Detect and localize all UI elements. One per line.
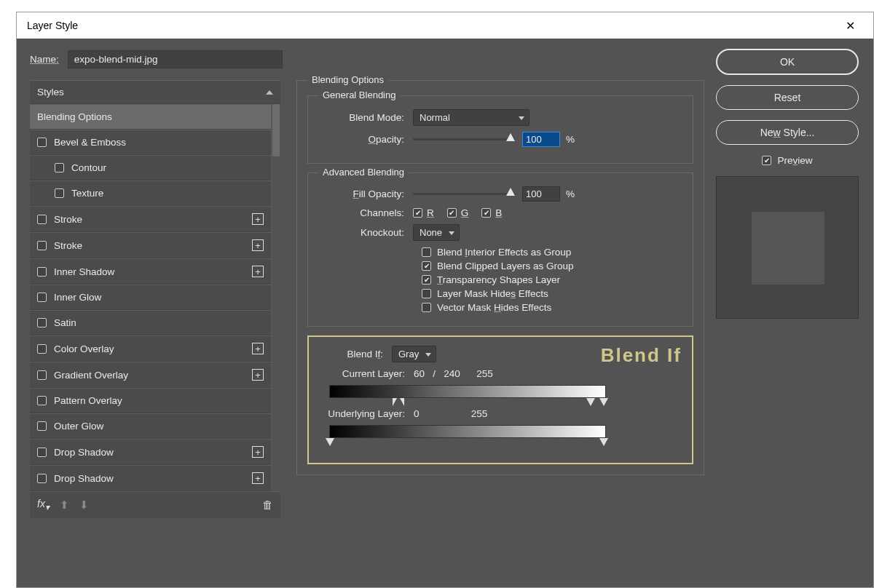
style-label: Contour <box>71 162 106 173</box>
style-label: Pattern Overlay <box>54 395 122 406</box>
style-checkbox[interactable] <box>37 267 47 277</box>
style-checkbox[interactable] <box>55 188 64 198</box>
transparency-shapes-checkbox[interactable] <box>422 275 431 285</box>
style-label: Color Overlay <box>54 343 114 354</box>
opt-label: Layer Mask Hides Effects <box>437 288 548 299</box>
knockout-select[interactable]: None <box>413 224 460 241</box>
fill-opacity-input[interactable] <box>522 186 560 202</box>
style-row[interactable]: Outer Glow <box>30 413 271 439</box>
style-label: Blending Options <box>37 111 112 122</box>
blend-clipped-checkbox[interactable] <box>422 261 431 271</box>
action-column: OK Reset New Style... Preview <box>714 49 860 319</box>
window-title: Layer Style <box>27 20 78 31</box>
add-effect-icon[interactable]: + <box>252 213 264 225</box>
style-checkbox[interactable] <box>55 163 64 172</box>
add-effect-icon[interactable]: + <box>252 266 264 277</box>
style-label: Inner Glow <box>54 292 101 303</box>
blend-mode-select[interactable]: Normal <box>413 109 529 126</box>
fx-icon[interactable]: fx▾ <box>37 498 50 512</box>
style-checkbox[interactable] <box>37 241 47 250</box>
blend-interior-checkbox[interactable] <box>422 247 431 257</box>
section-title: Blending Options <box>307 74 388 85</box>
layer-mask-hides-checkbox[interactable] <box>422 289 431 298</box>
current-layer-gradient[interactable] <box>329 385 606 398</box>
channel-b-checkbox[interactable] <box>481 208 491 218</box>
style-label: Outer Glow <box>54 421 103 432</box>
name-input[interactable] <box>68 50 283 68</box>
style-row[interactable]: Bevel & Emboss <box>30 130 271 155</box>
pct-label: % <box>566 134 575 145</box>
name-label: Name: <box>30 54 59 65</box>
pct-label2: % <box>566 188 575 199</box>
add-effect-icon[interactable]: + <box>252 343 264 354</box>
style-row[interactable]: Inner Glow <box>30 285 271 310</box>
style-row[interactable]: Pattern Overlay <box>30 388 271 413</box>
blend-if-select[interactable]: Gray <box>392 346 436 362</box>
style-row[interactable]: Blending Options <box>30 104 271 130</box>
close-icon[interactable]: ✕ <box>835 12 865 39</box>
blend-mode-label: Blend Mode: <box>318 112 413 123</box>
opt-label: Blend Interior Effects as Group <box>437 247 571 258</box>
style-checkbox[interactable] <box>37 448 47 457</box>
style-row[interactable]: Stroke+ <box>30 232 271 258</box>
style-row[interactable]: Contour <box>30 155 271 180</box>
style-row[interactable]: Color Overlay+ <box>30 335 271 362</box>
opacity-slider[interactable] <box>413 138 515 140</box>
styles-header-label: Styles <box>37 87 64 98</box>
underlying-layer-label: Underlying Layer: <box>319 408 414 419</box>
channel-g-checkbox[interactable] <box>447 208 457 218</box>
opacity-label: Opacity: <box>318 134 413 145</box>
add-effect-icon[interactable]: + <box>252 239 264 251</box>
opacity-input[interactable] <box>522 132 560 147</box>
fill-opacity-slider[interactable] <box>413 193 515 195</box>
style-row[interactable]: Stroke+ <box>30 206 271 232</box>
add-effect-icon[interactable]: + <box>252 472 264 484</box>
opt-label: Blend Clipped Layers as Group <box>437 261 574 271</box>
trash-icon[interactable]: 🗑 <box>262 498 273 511</box>
style-row[interactable]: Drop Shadow+ <box>30 439 271 465</box>
style-row[interactable]: Drop Shadow+ <box>30 465 271 491</box>
new-style-button[interactable]: New Style... <box>716 120 859 145</box>
style-checkbox[interactable] <box>37 138 47 147</box>
fill-opacity-label: Fill Opacity: <box>318 188 413 199</box>
style-row[interactable]: Gradient Overlay+ <box>30 362 271 388</box>
channel-r-checkbox[interactable] <box>413 208 422 218</box>
style-checkbox[interactable] <box>37 215 47 224</box>
current-layer-label: Current Layer: <box>319 368 414 379</box>
style-label: Satin <box>54 317 76 328</box>
style-checkbox[interactable] <box>37 344 47 354</box>
blend-if-highlight-label: Blend If <box>601 344 682 367</box>
add-effect-icon[interactable]: + <box>252 446 264 458</box>
style-checkbox[interactable] <box>37 396 47 405</box>
preview-swatch <box>716 176 859 319</box>
move-down-icon[interactable]: ⬇ <box>79 498 89 512</box>
channel-b-label: B <box>495 207 502 218</box>
style-label: Stroke <box>54 240 82 251</box>
preview-label: Preview <box>777 155 812 166</box>
style-checkbox[interactable] <box>37 370 47 380</box>
underlying-layer-gradient[interactable] <box>329 425 606 438</box>
scrollbar[interactable] <box>271 104 280 491</box>
style-row[interactable]: Satin <box>30 310 271 335</box>
preview-checkbox[interactable] <box>762 156 771 165</box>
current-layer-values: 60 / 240 255 <box>414 368 493 379</box>
opt-label: Transparency Shapes Layer <box>437 274 560 285</box>
vector-mask-hides-checkbox[interactable] <box>422 303 431 312</box>
style-checkbox[interactable] <box>37 474 47 483</box>
channel-r-label: R <box>427 207 434 218</box>
style-checkbox[interactable] <box>37 421 47 431</box>
reset-button[interactable]: Reset <box>716 85 859 110</box>
collapse-icon[interactable] <box>266 90 273 95</box>
titlebar: Layer Style ✕ <box>17 12 873 39</box>
add-effect-icon[interactable]: + <box>252 369 264 381</box>
channel-g-label: G <box>461 207 469 218</box>
style-row[interactable]: Texture <box>30 180 271 206</box>
style-checkbox[interactable] <box>37 293 47 302</box>
style-checkbox[interactable] <box>37 318 47 327</box>
move-up-icon[interactable]: ⬆ <box>60 498 69 512</box>
ok-button[interactable]: OK <box>716 49 859 75</box>
styles-sidebar: Styles Blending OptionsBevel & EmbossCon… <box>30 80 280 518</box>
styles-header[interactable]: Styles <box>30 80 280 104</box>
style-row[interactable]: Inner Shadow+ <box>30 258 271 285</box>
underlying-layer-values: 0 255 <box>414 408 487 419</box>
